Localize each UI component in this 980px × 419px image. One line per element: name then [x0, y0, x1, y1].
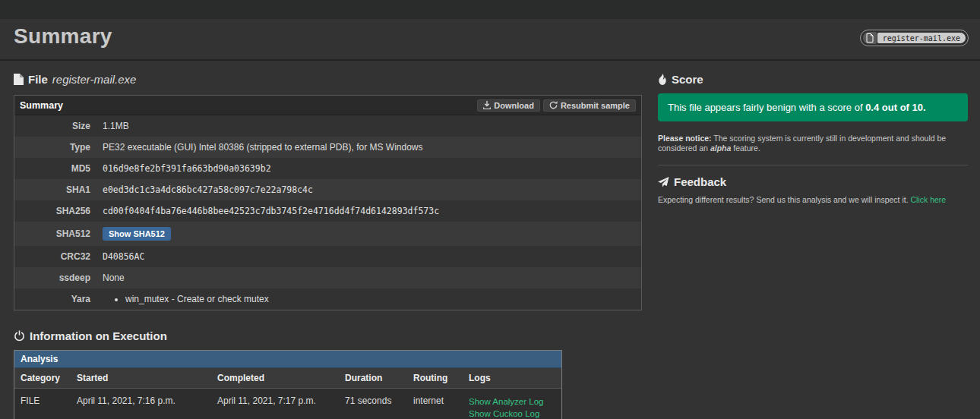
table-row-type: Type PE32 executable (GUI) Intel 80386 (…	[14, 137, 641, 158]
file-heading-label: File	[28, 73, 48, 86]
row-value-hash: 016d9e8fe2bf391fa663bd90a03639b2	[90, 159, 271, 179]
table-row-crc32: CRC32 D40856AC	[14, 246, 641, 267]
feedback-text: Expecting different results? Send us thi…	[658, 195, 968, 204]
table-row-sha512: SHA512 Show SHA512	[14, 222, 641, 246]
table-row-md5: MD5 016d9e8fe2bf391fa663bd90a03639b2	[14, 158, 641, 179]
score-notice: Please notice: The scoring system is cur…	[658, 134, 968, 153]
show-analyzer-log-link[interactable]: Show Analyzer Log	[469, 395, 561, 408]
column-header-completed: Completed	[217, 373, 345, 383]
row-value: PE32 executable (GUI) Intel 80386 (strip…	[90, 137, 423, 158]
score-message-text: This file appears fairly benign with a s…	[668, 102, 865, 113]
row-label: Size	[14, 115, 90, 137]
cell-routing: internet	[413, 395, 469, 419]
show-sha512-button[interactable]: Show SHA512	[103, 227, 171, 241]
row-label: SHA1	[14, 179, 90, 200]
left-column: File register-mail.exe Summary Download …	[14, 73, 642, 419]
cell-category: FILE	[14, 395, 77, 419]
summary-panel: Summary Download Resubmit sample Size	[14, 95, 642, 310]
column-header-category: Category	[14, 373, 77, 383]
cell-started: April 11, 2021, 7:16 p.m.	[77, 395, 217, 419]
table-row-ssdeep: ssdeep None	[14, 267, 641, 288]
file-heading-filename: register-mail.exe	[52, 73, 137, 86]
row-label: Type	[14, 137, 90, 158]
cell-duration: 71 seconds	[345, 395, 413, 419]
feedback-click-here-link[interactable]: Click here	[910, 195, 946, 204]
page-title: Summary	[14, 24, 112, 49]
notice-bold: Please notice:	[658, 134, 712, 143]
analysis-table: Analysis Category Started Completed Dura…	[14, 350, 562, 419]
column-header-started: Started	[77, 373, 217, 383]
row-value-hash: cd00f0404f4ba76e446b8bee42523c7db3745f2e…	[90, 201, 439, 222]
column-header-routing: Routing	[413, 373, 469, 383]
filename-badge-text: register-mail.exe	[877, 33, 966, 43]
row-value: None	[90, 268, 125, 288]
download-button[interactable]: Download	[477, 99, 540, 112]
summary-panel-title: Summary	[20, 100, 63, 111]
row-label: CRC32	[14, 246, 90, 267]
row-label: ssdeep	[14, 267, 90, 288]
row-value-hash: e0ed3dc1c3a4dc86bc427a58c097c7e22a798c4c	[90, 180, 313, 200]
row-label: SHA512	[14, 223, 90, 244]
refresh-icon	[549, 101, 558, 109]
cell-logs: Show Analyzer Log Show Cuckoo Log	[469, 395, 561, 419]
row-label: SHA256	[14, 200, 90, 222]
column-header-duration: Duration	[345, 373, 413, 383]
show-cuckoo-log-link[interactable]: Show Cuckoo Log	[469, 408, 561, 419]
file-heading: File register-mail.exe	[14, 73, 642, 86]
score-heading-label: Score	[672, 73, 703, 86]
paper-plane-icon	[658, 177, 669, 187]
fire-icon	[658, 74, 667, 85]
file-icon	[863, 32, 877, 44]
score-heading: Score	[658, 73, 968, 86]
section-divider	[658, 165, 968, 165]
notice-alpha: alpha	[710, 143, 731, 153]
table-row-sha256: SHA256 cd00f0404f4ba76e446b8bee42523c7db…	[14, 200, 641, 222]
feedback-heading: Feedback	[658, 175, 968, 188]
row-label: MD5	[14, 158, 90, 179]
file-icon	[14, 74, 24, 85]
column-header-logs: Logs	[469, 373, 561, 383]
analysis-table-header: Category Started Completed Duration Rout…	[14, 368, 561, 389]
summary-panel-actions: Download Resubmit sample	[477, 99, 636, 112]
analysis-table-caption: Analysis	[14, 351, 561, 368]
table-row-sha1: SHA1 e0ed3dc1c3a4dc86bc427a58c097c7e22a7…	[14, 179, 641, 200]
row-value: 1.1MB	[90, 116, 129, 137]
row-value: Show SHA512	[90, 222, 171, 246]
table-row-yara: Yara win_mutex - Create or check mutex	[14, 288, 641, 310]
title-divider	[0, 59, 980, 61]
score-message-box: This file appears fairly benign with a s…	[658, 93, 968, 121]
score-value: 0.4 out of 10.	[865, 102, 925, 113]
table-row-size: Size 1.1MB	[14, 115, 641, 137]
table-row: FILE April 11, 2021, 7:16 p.m. April 11,…	[14, 389, 561, 419]
right-column: Score This file appears fairly benign wi…	[658, 73, 968, 204]
row-label: Yara	[14, 288, 90, 310]
download-icon	[483, 101, 491, 109]
feedback-text-body: Expecting different results? Send us thi…	[658, 195, 910, 204]
yara-rule-item: win_mutex - Create or check mutex	[125, 295, 269, 304]
feedback-heading-label: Feedback	[674, 175, 726, 188]
execution-heading: Information on Execution	[14, 329, 642, 342]
execution-heading-label: Information on Execution	[30, 329, 167, 342]
power-icon	[14, 330, 25, 342]
filename-badge[interactable]: register-mail.exe	[860, 30, 969, 46]
row-value: win_mutex - Create or check mutex	[90, 289, 269, 310]
download-button-label: Download	[494, 101, 534, 110]
resubmit-sample-button[interactable]: Resubmit sample	[543, 99, 636, 112]
row-value-hash: D40856AC	[90, 247, 144, 267]
cell-completed: April 11, 2021, 7:17 p.m.	[217, 395, 345, 419]
top-navbar	[0, 0, 980, 19]
summary-panel-header: Summary Download Resubmit sample	[14, 96, 641, 115]
notice-text-end: feature.	[731, 143, 760, 153]
resubmit-sample-button-label: Resubmit sample	[561, 101, 630, 110]
